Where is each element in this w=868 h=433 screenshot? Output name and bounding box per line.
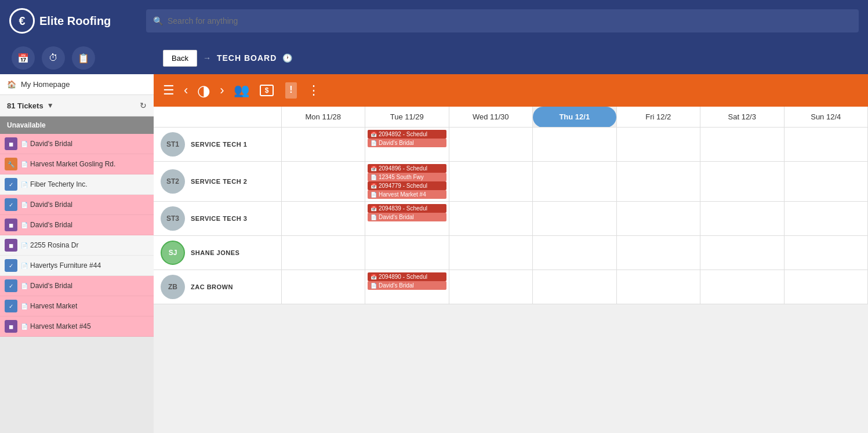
toolbar-more-icon[interactable]: ⋮ xyxy=(307,83,320,98)
cal-event-icon: 📅 xyxy=(371,166,377,172)
event-sub-card[interactable]: 📄 Harvest Market #4 xyxy=(368,190,446,199)
doc-event-icon: 📄 xyxy=(371,140,377,146)
doc-event-icon: 📄 xyxy=(371,214,377,220)
ticket-type-icon: ◼ xyxy=(5,320,17,333)
cal-day-mon[interactable]: Mon 11/28 xyxy=(281,107,365,128)
ticket-label: 📄 David's Bridal xyxy=(21,282,72,290)
list-item[interactable]: ✓📄 David's Bridal xyxy=(0,195,154,215)
breadcrumb-arrow: → xyxy=(203,53,211,63)
calendar-icon-btn[interactable]: 📅 xyxy=(12,46,35,70)
list-item[interactable]: ✓📄 Havertys Furniture #44 xyxy=(0,256,154,276)
event-sub-card[interactable]: 📄 12345 South Fwy xyxy=(368,173,446,181)
search-bar[interactable]: 🔍 xyxy=(146,9,859,32)
list-item[interactable]: ◼📄 David's Bridal xyxy=(0,134,154,154)
list-item[interactable]: 🔧📄 Harvest Market Gosling Rd. xyxy=(0,154,154,174)
cal-day-tue[interactable]: Tue 11/29 xyxy=(365,107,449,128)
back-button[interactable]: Back xyxy=(163,50,197,67)
calendar-container: Mon 11/28 Tue 11/29 Wed 11/30 Thu 12/1 F… xyxy=(154,107,868,433)
tech-name: SHANE JONES xyxy=(191,249,239,256)
list-item[interactable]: ✓📄 Fiber Techerty Inc. xyxy=(0,174,154,195)
toolbar-dollar-icon[interactable]: $ xyxy=(259,82,275,99)
svg-text:$: $ xyxy=(264,86,268,94)
logo-icon: € xyxy=(9,8,35,34)
top-header: € Elite Roofing 🔍 xyxy=(0,0,868,42)
ticket-label: 📄 David's Bridal xyxy=(21,201,72,209)
ticket-type-icon: ✓ xyxy=(5,259,17,272)
event-header-card[interactable]: 📅 2094892 - Schedul xyxy=(368,130,446,139)
day-cell xyxy=(616,162,700,202)
toolbar-next-icon[interactable]: › xyxy=(220,83,224,98)
toolbar-halfcircle-icon[interactable]: ◑ xyxy=(197,82,210,100)
timer-icon-btn[interactable]: ⏱ xyxy=(42,46,65,70)
day-cell xyxy=(449,202,533,236)
logo-area: € Elite Roofing xyxy=(9,8,137,34)
unavailable-bar: Unavailable xyxy=(0,117,154,134)
event-sub-card[interactable]: 📄 David's Bridal xyxy=(368,139,446,147)
cal-event-icon: 📅 xyxy=(371,206,377,212)
cal-day-fri[interactable]: Fri 12/2 xyxy=(616,107,700,128)
cal-header-spacer xyxy=(154,107,281,128)
ticket-label: 📄 Harvest Market #45 xyxy=(21,322,91,330)
tech-avatar: ST3 xyxy=(161,206,185,231)
cal-day-thu[interactable]: Thu 12/1 xyxy=(533,107,617,128)
toolbar-alert-icon[interactable]: ! xyxy=(284,82,298,99)
day-cell: 📅 2094892 - Schedul📄 David's Bridal xyxy=(365,128,449,162)
day-cell xyxy=(784,162,868,202)
toolbar-team-icon[interactable]: 👥 xyxy=(234,83,249,98)
day-cell xyxy=(784,128,868,162)
cal-day-wed[interactable]: Wed 11/30 xyxy=(449,107,533,128)
ticket-type-icon: ✓ xyxy=(5,178,17,191)
day-cell xyxy=(533,236,617,270)
cal-event-icon: 📅 xyxy=(371,274,377,280)
list-item[interactable]: ◼📄 David's Bridal xyxy=(0,215,154,235)
day-cell xyxy=(533,270,617,304)
list-item[interactable]: ◼📄 2255 Rosina Dr xyxy=(0,235,154,256)
list-item[interactable]: ◼📄 Harvest Market #45 xyxy=(0,316,154,337)
day-cell xyxy=(449,162,533,202)
ticket-label: 📄 David's Bridal xyxy=(21,221,72,229)
tech-cell: ST3 SERVICE TECH 3 xyxy=(154,202,281,236)
event-header-card[interactable]: 📅 2094890 - Schedul xyxy=(368,272,446,281)
tech-name: SERVICE TECH 2 xyxy=(191,178,247,185)
day-cell xyxy=(616,270,700,304)
toolbar-menu-icon[interactable]: ☰ xyxy=(163,83,175,98)
list-item[interactable]: ✓📄 David's Bridal xyxy=(0,276,154,296)
day-cell xyxy=(281,128,365,162)
ticket-label: 📄 Harvest Market xyxy=(21,302,77,310)
event-header-card[interactable]: 📅 2094779 - Schedul xyxy=(368,181,446,190)
doc-event-icon: 📄 xyxy=(371,192,377,198)
history-icon[interactable]: 🕐 xyxy=(282,53,292,63)
copy-icon-btn[interactable]: 📋 xyxy=(72,46,95,70)
day-cell xyxy=(700,202,785,236)
day-cell xyxy=(784,202,868,236)
search-input[interactable] xyxy=(168,16,852,26)
tech-name: SERVICE TECH 1 xyxy=(191,141,247,148)
filter-icon[interactable]: ▼ xyxy=(47,101,54,110)
search-icon: 🔍 xyxy=(153,16,163,26)
sub-nav: Back → TECH BOARD 🕐 xyxy=(154,42,868,74)
event-sub-card[interactable]: 📄 David's Bridal xyxy=(368,213,446,221)
list-item[interactable]: ✓📄 Harvest Market xyxy=(0,296,154,316)
table-row: ST2 SERVICE TECH 2 📅 2094896 - Schedul📄 … xyxy=(154,162,868,202)
refresh-icon[interactable]: ↻ xyxy=(140,101,147,110)
day-cell xyxy=(616,202,700,236)
event-header-card[interactable]: 📅 2094839 - Schedul xyxy=(368,204,446,213)
tech-avatar: ST2 xyxy=(161,169,185,194)
toolbar-prev-icon[interactable]: ‹ xyxy=(184,83,188,98)
day-cell xyxy=(700,236,785,270)
ticket-type-icon: ✓ xyxy=(5,279,17,292)
cal-day-sat[interactable]: Sat 12/3 xyxy=(700,107,785,128)
orange-toolbar: ☰ ‹ ◑ › 👥 $ ! ⋮ xyxy=(154,74,868,107)
ticket-type-icon: ◼ xyxy=(5,219,17,231)
ticket-label: 📄 Harvest Market Gosling Rd. xyxy=(21,160,115,168)
event-sub-card[interactable]: 📄 David's Bridal xyxy=(368,281,446,290)
day-cell xyxy=(533,128,617,162)
ticket-type-icon: ✓ xyxy=(5,198,17,211)
event-header-card[interactable]: 📅 2094896 - Schedul xyxy=(368,164,446,173)
calendar-table: Mon 11/28 Tue 11/29 Wed 11/30 Thu 12/1 F… xyxy=(154,107,868,304)
my-homepage-link[interactable]: 🏠 My Homepage xyxy=(0,74,154,95)
cal-event-icon: 📅 xyxy=(371,132,377,137)
cal-day-sun[interactable]: Sun 12/4 xyxy=(784,107,868,128)
sidebar-icon-row: 📅 ⏱ 📋 xyxy=(0,42,154,74)
day-cell xyxy=(449,236,533,270)
